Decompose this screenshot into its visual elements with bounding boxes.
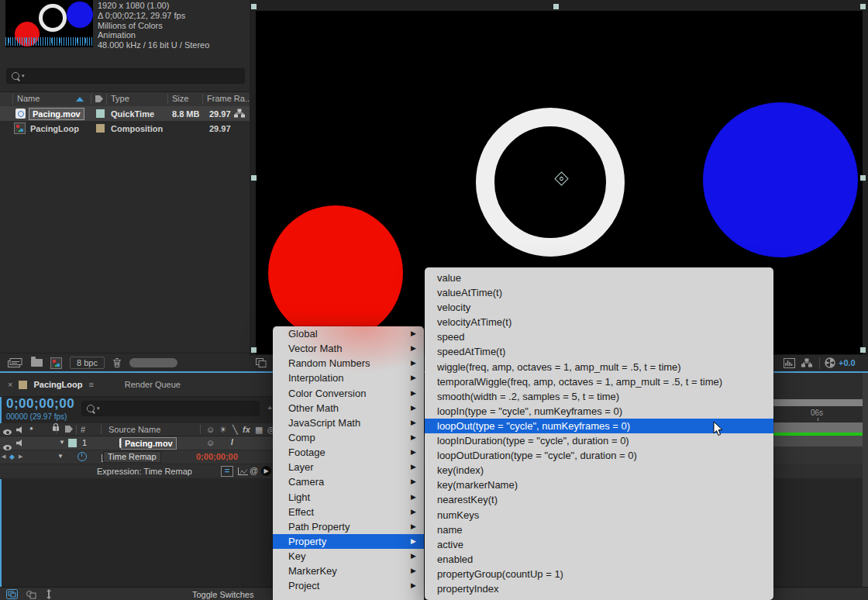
menu-item[interactable]: wiggle(freq, amp, octaves = 1, amp_mult … xyxy=(425,360,773,374)
column-name[interactable]: Name xyxy=(17,94,40,103)
property-value[interactable]: 0;00;00;00 xyxy=(196,452,238,461)
tab-render-queue[interactable]: Render Queue xyxy=(125,380,181,389)
tab-pacingloop[interactable]: PacingLoop xyxy=(33,380,82,389)
menu-item[interactable]: valueAtTime(t) xyxy=(425,285,773,300)
timeline-vertical-scrollbar[interactable] xyxy=(863,373,868,589)
new-folder-icon[interactable] xyxy=(31,359,43,367)
expression-enabled-icon[interactable]: = xyxy=(221,466,233,477)
label-color-swatch[interactable] xyxy=(96,109,105,118)
property-name[interactable]: Time Remap xyxy=(103,451,161,463)
previous-keyframe-icon[interactable]: ◀ xyxy=(2,453,5,460)
stopwatch-icon[interactable] xyxy=(78,452,87,461)
red-circle-layer[interactable] xyxy=(268,205,403,340)
column-type[interactable]: Type xyxy=(111,94,129,103)
menu-item[interactable]: Comp ▶ xyxy=(273,430,424,445)
source-name-column[interactable]: Source Name xyxy=(108,425,160,434)
expression-pickwhip-icon[interactable]: @ xyxy=(250,466,258,475)
menu-item[interactable]: key(markerName) xyxy=(425,478,773,492)
menu-item[interactable]: Light ▶ xyxy=(273,490,424,505)
exposure-shutter-icon[interactable] xyxy=(825,357,835,368)
horizontal-scrollbar[interactable] xyxy=(129,358,177,367)
property-expand-icon[interactable]: ▼ xyxy=(57,453,64,460)
menu-item[interactable]: value xyxy=(425,271,773,285)
toggle-switches-label[interactable]: Toggle Switches xyxy=(192,590,254,599)
collapse-transformations-icon[interactable]: ☀ xyxy=(219,425,227,435)
menu-item[interactable]: Global ▶ xyxy=(273,326,424,341)
menu-item[interactable]: velocityAtTime(t) xyxy=(425,315,773,329)
current-time-display[interactable]: 0;00;00;00 xyxy=(6,396,74,412)
project-item-row[interactable]: PacingLoop Composition 29.97 xyxy=(0,121,250,136)
blue-circle-layer[interactable] xyxy=(703,102,858,257)
selection-handle[interactable] xyxy=(251,347,257,353)
menu-item[interactable]: smooth(width = .2, samples = 5, t = time… xyxy=(425,389,773,404)
comp-mini-flow-icon[interactable]: + xyxy=(267,403,272,412)
timeline-horizontal-scrollbar[interactable] xyxy=(773,399,863,406)
layer-duration-bar[interactable] xyxy=(773,436,863,447)
solo-column-icon[interactable]: ● xyxy=(29,425,33,432)
interpret-footage-icon[interactable] xyxy=(8,358,23,368)
column-frame-rate[interactable]: Frame Ra.. xyxy=(207,94,250,103)
selection-handle[interactable] xyxy=(553,4,559,9)
new-composition-icon[interactable] xyxy=(50,357,62,369)
menu-item[interactable]: Other Math ▶ xyxy=(273,401,424,416)
exposure-value[interactable]: +0.0 xyxy=(839,358,856,367)
menu-item[interactable]: Color Conversion ▶ xyxy=(273,386,424,401)
layer-label-swatch[interactable] xyxy=(68,439,77,447)
video-column-eye-icon[interactable] xyxy=(3,429,12,435)
layer-eye-icon[interactable] xyxy=(3,445,12,450)
flowchart-icon[interactable] xyxy=(801,358,812,368)
layer-number-column[interactable]: # xyxy=(81,425,85,434)
footage-preview-thumbnail[interactable] xyxy=(5,0,93,47)
menu-item[interactable]: MarkerKey ▶ xyxy=(273,564,424,578)
sort-ascending-icon[interactable] xyxy=(76,97,84,102)
menu-item[interactable]: propertyGroup(countUp = 1) xyxy=(425,567,773,581)
menu-item[interactable]: numKeys xyxy=(425,508,773,522)
audio-column-speaker-icon[interactable] xyxy=(16,426,24,433)
expression-language-menu-icon[interactable]: ▶ xyxy=(261,466,271,476)
white-ring-layer[interactable] xyxy=(476,108,625,257)
quality-column-icon[interactable]: ╲ xyxy=(232,425,238,435)
menu-item[interactable]: Property ▶ xyxy=(273,534,424,549)
work-area-bar[interactable] xyxy=(773,422,863,433)
menu-item[interactable]: active xyxy=(425,537,773,552)
menu-item[interactable]: Key ▶ xyxy=(273,549,424,564)
histogram-icon[interactable] xyxy=(784,358,795,368)
label-color-swatch[interactable] xyxy=(96,124,105,133)
project-search-input[interactable]: ▾ xyxy=(6,68,245,84)
layer-source-name[interactable]: Pacing.mov xyxy=(121,437,177,450)
time-ruler[interactable]: 06s xyxy=(773,406,863,422)
shy-icon[interactable]: ☺ xyxy=(206,425,215,434)
menu-item[interactable]: nearestKey(t) xyxy=(425,492,773,507)
layer-expand-icon[interactable]: ▼ xyxy=(59,439,65,446)
frame-blend-column-icon[interactable]: ▦ xyxy=(255,425,263,435)
toggle-in-out-panes-icon[interactable] xyxy=(44,589,53,599)
menu-item[interactable]: JavaScript Math ▶ xyxy=(273,416,424,430)
column-size[interactable]: Size xyxy=(172,94,188,103)
selection-handle[interactable] xyxy=(860,347,866,353)
expression-graph-icon[interactable] xyxy=(238,467,248,475)
layer-shy-icon[interactable]: ☺ xyxy=(206,438,215,447)
item-name[interactable]: Pacing.mov xyxy=(29,108,84,120)
toggle-transfer-controls-icon[interactable] xyxy=(26,590,36,599)
menu-item[interactable]: velocity xyxy=(425,300,773,315)
menu-item[interactable]: Project ▶ xyxy=(273,578,424,593)
panel-region-icon[interactable] xyxy=(256,358,267,367)
menu-item[interactable]: Effect ▶ xyxy=(273,505,424,519)
menu-item[interactable]: speed xyxy=(425,329,773,344)
bit-depth-button[interactable]: 8 bpc xyxy=(70,357,105,369)
trash-icon[interactable] xyxy=(112,357,122,368)
fx-column-icon[interactable]: fx xyxy=(243,425,250,434)
menu-item[interactable]: loopIn(type = "cycle", numKeyframes = 0) xyxy=(425,404,773,419)
layer-quality-icon[interactable]: / xyxy=(231,437,233,447)
panel-menu-icon[interactable]: ≡ xyxy=(88,380,93,389)
menu-item[interactable]: key(index) xyxy=(425,463,773,478)
menu-item[interactable]: Random Numbers ▶ xyxy=(273,356,424,371)
menu-item[interactable]: Interpolation ▶ xyxy=(273,371,424,385)
project-item-row[interactable]: Pacing.mov QuickTime 8.8 MB 29.97 xyxy=(0,106,250,121)
keyframe-at-time-icon[interactable]: ◆ xyxy=(9,453,15,460)
item-name[interactable]: PacingLoop xyxy=(30,124,79,133)
layer-speaker-icon[interactable] xyxy=(16,440,24,447)
close-tab-icon[interactable]: × xyxy=(8,380,12,389)
menu-item[interactable]: Vector Math ▶ xyxy=(273,341,424,356)
label-column-tag-icon[interactable] xyxy=(95,95,103,102)
